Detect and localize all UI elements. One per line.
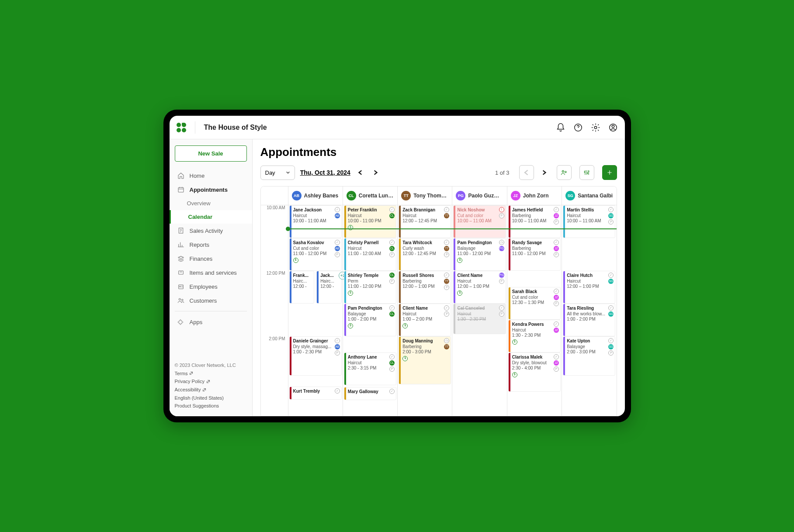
terms-link[interactable]: Terms bbox=[175, 370, 194, 378]
appointment-card[interactable]: Pam PendingtonBalayage11:00 - 12:00 PM$◷… bbox=[453, 238, 506, 271]
svg-point-1 bbox=[594, 126, 597, 129]
service-name: Dry style, blowout bbox=[512, 360, 558, 366]
gear-icon[interactable] bbox=[591, 123, 600, 132]
check-icon: ✓ bbox=[335, 388, 340, 394]
appointment-time: 1:00 - 2:00 PM bbox=[348, 317, 394, 322]
check-icon: ✓ bbox=[444, 207, 449, 212]
assignee-avatar: CL bbox=[389, 213, 395, 218]
appointment-card[interactable]: Randy SavageBarbering11:00 - 12:00 PM✓JZ… bbox=[508, 238, 561, 271]
service-name: Dry style, massag... bbox=[293, 344, 339, 350]
appointment-card[interactable]: Kendra PowersHaircut1:30 - 2:30 PM$✓JZ bbox=[508, 320, 561, 352]
pager-prev-button[interactable] bbox=[519, 165, 534, 180]
appointment-card[interactable]: Doug ManningBarbering2:00 - 3:00 PM$◷TT bbox=[399, 336, 451, 384]
appointment-card[interactable]: Client NameHaircut1:00 – 2:00 PM$✓P bbox=[399, 304, 451, 336]
pager-next-button[interactable] bbox=[541, 169, 547, 176]
language-link[interactable]: English (United States) bbox=[175, 394, 224, 402]
appointment-card[interactable]: Christy ParnellHaircut11:00 - 12:00 AM✓C… bbox=[344, 238, 396, 271]
appointment-card[interactable]: Tara WhitcockCurly wash12:00 - 12:45 PM✓… bbox=[399, 238, 451, 271]
service-name: All the works blow... bbox=[567, 311, 613, 317]
employee-column-header[interactable]: SGSantana Galbi bbox=[562, 187, 616, 205]
display-options-button[interactable] bbox=[579, 165, 594, 180]
appointment-card[interactable]: Daniele GraingerDry style, massag...1:00… bbox=[289, 336, 342, 376]
appointment-time: 1:00 - 2:00 PM bbox=[567, 317, 613, 322]
account-icon[interactable] bbox=[608, 123, 618, 132]
appointment-card[interactable]: Client NameHaircut12:00 – 1:00 PM$PGP bbox=[453, 271, 506, 304]
nav-employees[interactable]: Employees bbox=[175, 280, 247, 294]
appointment-card[interactable]: Kurt Trembly✓ bbox=[289, 387, 342, 400]
appointment-card[interactable]: Clarissa MalekDry style, blowout2:30 - 4… bbox=[508, 352, 561, 392]
employee-column-header[interactable]: CLCoretta Lund... bbox=[343, 187, 397, 205]
appointment-card[interactable]: Martin StellisHaircut10:00 – 11:00 AM✓SG… bbox=[563, 205, 615, 238]
appointment-card[interactable]: Shirley TemplePerm11:00 - 12:00 PM$CLP bbox=[344, 271, 396, 304]
chevron-down-icon bbox=[286, 170, 290, 175]
nav-sales[interactable]: Sales Activity bbox=[175, 224, 247, 238]
svg-rect-4 bbox=[178, 187, 184, 192]
help-icon[interactable] bbox=[573, 123, 583, 132]
employee-column-header[interactable]: TTTony Thomp... bbox=[397, 187, 452, 205]
check-icon: ✓ bbox=[608, 273, 614, 278]
nav-customers[interactable]: Customers bbox=[175, 294, 247, 307]
check-icon: ✓ bbox=[389, 389, 395, 394]
next-day-button[interactable] bbox=[372, 169, 378, 176]
appointment-time: 2:00 - 3:00 PM bbox=[402, 349, 448, 355]
appointment-card[interactable]: Jack...Hairc...12:00 - bbox=[316, 271, 342, 304]
nav-home[interactable]: Home bbox=[175, 169, 247, 183]
assignee-avatar: CL bbox=[389, 273, 395, 278]
service-name: Haircut bbox=[512, 328, 558, 333]
date-picker[interactable]: Thu, Oct 31, 2024 bbox=[300, 169, 350, 176]
client-name: James Hetfield bbox=[512, 207, 558, 213]
assignee-avatar: TT bbox=[444, 246, 449, 251]
appointment-card[interactable]: Russell ShoresBarbering12:00 – 1:00 PM✓T… bbox=[399, 271, 451, 304]
service-name: Haircut bbox=[402, 311, 448, 317]
nav-calendar[interactable]: Calendar bbox=[170, 210, 252, 224]
appointment-card[interactable]: Tara RieslingAll the works blow...1:00 -… bbox=[563, 304, 615, 336]
appointment-card[interactable]: Sarah BlackCut and color12:30 – 1:30 PM✓… bbox=[508, 287, 561, 320]
svg-point-8 bbox=[179, 286, 180, 287]
appointment-card[interactable]: Anthony LaneHaircut2:30 - 3:15 PM✓CLP bbox=[344, 352, 396, 385]
new-sale-button[interactable]: New Sale bbox=[175, 145, 247, 162]
appointment-card[interactable]: Sasha KovalovCut and color11:00 - 12:00 … bbox=[289, 238, 342, 271]
appointment-card[interactable]: Claire HutchHaircut12:00 – 1:00 PM✓SG bbox=[563, 271, 615, 304]
assignee-avatar: CL bbox=[389, 360, 395, 366]
appointment-card[interactable]: Frank...Hairc...12:00 - bbox=[289, 271, 315, 304]
nav-appointments[interactable]: Appointments bbox=[175, 183, 247, 197]
employee-column-header[interactable]: JZJohn Zorn bbox=[507, 187, 562, 205]
appointment-card[interactable]: James HetfieldBarbering10:00 – 11:00 AM✓… bbox=[508, 205, 561, 238]
appointment-card[interactable]: Pam PendingtonBalayage1:00 - 2:00 PM$✓CL bbox=[344, 304, 396, 336]
appointment-card[interactable]: Peter FranklinHaircut10:00 - 11:00 PM$✓C… bbox=[344, 205, 396, 238]
appointment-card[interactable]: Mary Galloway✓ bbox=[344, 387, 396, 400]
appointment-time: 11:00 - 12:00 PM bbox=[457, 251, 503, 257]
nav-overview[interactable]: Overview bbox=[175, 197, 247, 210]
employee-column-header[interactable]: ABAshley Banes bbox=[288, 187, 343, 205]
nav-items[interactable]: Items and services bbox=[175, 266, 247, 280]
assignee-avatar: SG bbox=[608, 311, 614, 317]
nav-finances[interactable]: Finances bbox=[175, 252, 247, 266]
appointment-card[interactable]: Kate UptonBalayage2:00 - 3:00 PM✓SGP bbox=[563, 336, 615, 376]
svg-point-12 bbox=[565, 171, 566, 173]
copyright: © 2023 Clover Network, LLC bbox=[175, 361, 247, 370]
accessibility-link[interactable]: Accessibility bbox=[175, 386, 207, 394]
add-appointment-button[interactable] bbox=[602, 165, 617, 180]
bell-icon[interactable] bbox=[556, 123, 565, 132]
svg-point-9 bbox=[179, 298, 180, 300]
assignee-avatar: TT bbox=[444, 344, 449, 349]
suggestions-link[interactable]: Product Suggestions bbox=[175, 402, 219, 410]
employees-filter-button[interactable] bbox=[557, 165, 572, 180]
client-name: Clarissa Malek bbox=[512, 355, 558, 360]
appointment-card[interactable]: Zack BranniganHaircut12:00 – 12:45 PM✓TT bbox=[399, 205, 451, 238]
payment-icon: P bbox=[389, 279, 395, 284]
assignee-avatar: JZ bbox=[554, 213, 559, 218]
nav-apps[interactable]: Apps bbox=[175, 315, 247, 329]
assignee-avatar: JZ bbox=[554, 328, 559, 333]
appointment-card[interactable]: Nick NoshowCut and color10:00 – 11:00 AM… bbox=[453, 205, 506, 238]
service-name: Curly wash bbox=[402, 246, 448, 252]
employee-column-header[interactable]: PGPaolo Guzman bbox=[452, 187, 506, 205]
appointment-card[interactable]: Cal CanceledHaircut1:30 - 2:30 PM✓P bbox=[453, 304, 506, 334]
nav-reports[interactable]: Reports bbox=[175, 238, 247, 252]
appointment-card[interactable]: Jane JacksonHaircut10:00 - 11:00 AM✓AB bbox=[289, 205, 342, 238]
view-select[interactable]: Day bbox=[260, 166, 295, 180]
check-icon: ✓ bbox=[389, 240, 395, 245]
privacy-link[interactable]: Privacy Policy bbox=[175, 377, 210, 386]
prev-day-button[interactable] bbox=[357, 169, 364, 176]
clock-icon: ◷ bbox=[444, 338, 449, 343]
